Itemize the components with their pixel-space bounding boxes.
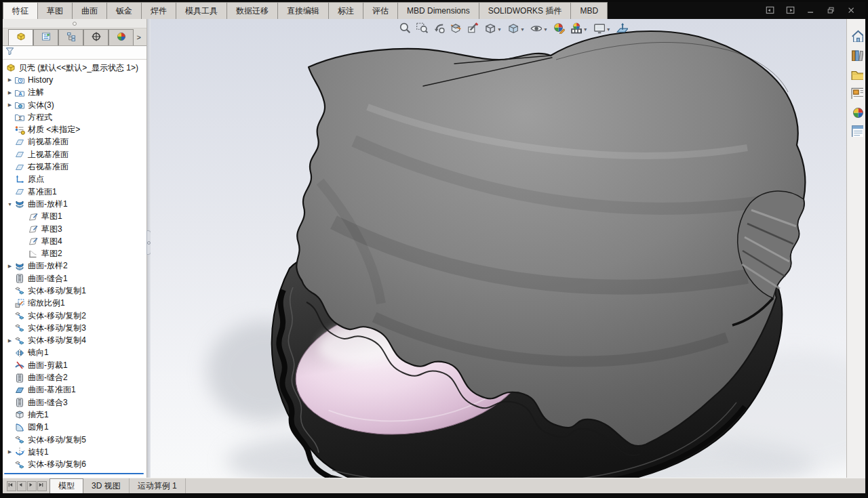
minimize-icon[interactable] xyxy=(806,6,816,16)
doc-tab-3[interactable]: 运动算例 1 xyxy=(130,478,186,493)
tree-item-0[interactable]: ▶History xyxy=(3,74,146,86)
design-library-button[interactable] xyxy=(848,47,865,64)
command-tab-4[interactable]: 钣金 xyxy=(106,2,141,19)
tree-item-23[interactable]: 曲面-剪裁1 xyxy=(3,359,146,371)
expand-right-icon[interactable]: ▶ xyxy=(5,264,14,269)
view-orientation-button[interactable]: ▼ xyxy=(482,21,503,37)
tree-root-item[interactable]: 贝壳 (默认<<默认>_显示状态 1>) xyxy=(3,62,146,74)
command-tab-5[interactable]: 焊件 xyxy=(141,2,176,19)
section-view-button[interactable] xyxy=(448,21,463,37)
close-icon[interactable] xyxy=(846,6,857,16)
tree-item-27[interactable]: 抽壳1 xyxy=(3,409,146,421)
model-canvas[interactable] xyxy=(151,19,846,478)
display-style-button[interactable]: ▼ xyxy=(505,21,526,37)
graphics-viewport[interactable]: ▼▼▼▼▼ xyxy=(151,19,846,478)
command-tab-9[interactable]: 标注 xyxy=(328,2,363,19)
tree-item-22[interactable]: 镜向1 xyxy=(3,347,146,359)
tree-filter-row[interactable] xyxy=(3,46,146,60)
doc-tab-2[interactable]: 3D 视图 xyxy=(83,478,130,493)
first-sheet-button[interactable] xyxy=(7,481,16,491)
tree-item-28[interactable]: 圆角1 xyxy=(3,421,146,434)
3d-drawing-view-button[interactable] xyxy=(614,21,629,37)
panel-tab-dimxpertmanager[interactable] xyxy=(83,29,108,45)
apply-scene-button[interactable]: ▼ xyxy=(568,21,589,37)
view-palette-button[interactable] xyxy=(848,85,865,102)
dock-panel-right-icon[interactable] xyxy=(785,6,796,16)
tree-item-10[interactable]: ▼曲面-放样1 xyxy=(3,198,146,210)
zoom-to-fit-button[interactable] xyxy=(397,21,412,37)
command-tab-3[interactable]: 曲面 xyxy=(72,2,106,19)
last-sheet-button[interactable] xyxy=(37,481,47,491)
tree-item-11[interactable]: 草图1 xyxy=(3,211,146,223)
command-tab-13[interactable]: MBD xyxy=(570,2,608,19)
command-tab-1[interactable]: 特征 xyxy=(3,2,37,19)
restore-icon[interactable] xyxy=(826,6,837,16)
tree-item-2[interactable]: ▶实体(3) xyxy=(3,99,146,111)
tree-item-31[interactable]: 实体-移动/复制6 xyxy=(3,459,146,471)
tree-item-20[interactable]: 实体-移动/复制3 xyxy=(3,322,146,334)
tree-item-6[interactable]: 上视基准面 xyxy=(3,148,146,161)
tree-item-9[interactable]: 基准面1 xyxy=(3,186,146,198)
expand-down-icon[interactable]: ▼ xyxy=(5,202,14,207)
command-tab-8[interactable]: 直接编辑 xyxy=(277,2,328,19)
tree-item-17[interactable]: 实体-移动/复制1 xyxy=(3,285,146,297)
command-tab-11[interactable]: MBD Dimensions xyxy=(397,2,479,19)
file-explorer-button[interactable] xyxy=(848,66,865,83)
rollback-bar[interactable] xyxy=(4,473,144,474)
panel-width-grip[interactable] xyxy=(3,19,146,28)
tree-item-24[interactable]: 曲面-缝合2 xyxy=(3,371,146,383)
tree-item-3[interactable]: Σ方程式 xyxy=(3,111,146,123)
tree-item-13[interactable]: 草图4 xyxy=(3,235,146,247)
panel-tabs-overflow-chevron[interactable]: > xyxy=(137,33,141,41)
tree-item-1[interactable]: ▶A注解 xyxy=(3,87,146,99)
dock-panel-left-icon[interactable] xyxy=(765,6,776,16)
command-tab-12[interactable]: SOLIDWORKS 插件 xyxy=(479,2,571,19)
dropdown-caret-icon[interactable]: ▼ xyxy=(583,27,588,32)
dropdown-caret-icon[interactable]: ▼ xyxy=(606,27,611,32)
expand-right-icon[interactable]: ▶ xyxy=(5,102,14,108)
command-tab-2[interactable]: 草图 xyxy=(37,2,72,19)
hide-show-items-button[interactable]: ▼ xyxy=(528,21,549,37)
expand-right-icon[interactable]: ▶ xyxy=(5,338,14,344)
command-tab-6[interactable]: 模具工具 xyxy=(176,2,226,19)
tree-item-14[interactable]: 草图2 xyxy=(3,247,146,260)
tree-item-19[interactable]: 实体-移动/复制2 xyxy=(3,310,146,322)
next-sheet-button[interactable] xyxy=(27,481,37,491)
command-tab-10[interactable]: 评估 xyxy=(363,2,397,19)
panel-tab-featuremanager[interactable] xyxy=(8,29,33,45)
solidworks-resources-button[interactable] xyxy=(848,28,865,45)
tree-item-7[interactable]: 右视基准面 xyxy=(3,161,146,173)
doc-tab-1[interactable]: 模型 xyxy=(50,478,83,493)
previous-view-button[interactable] xyxy=(431,21,446,37)
appearances-scenes-button[interactable] xyxy=(848,104,865,121)
tree-item-29[interactable]: 实体-移动/复制5 xyxy=(3,434,146,446)
tree-item-26[interactable]: 曲面-缝合3 xyxy=(3,396,146,409)
expand-right-icon[interactable]: ▶ xyxy=(5,449,14,455)
panel-tab-displaymanager[interactable] xyxy=(108,29,134,45)
tree-item-18[interactable]: 缩放比例1 xyxy=(3,297,146,310)
dropdown-caret-icon[interactable]: ▼ xyxy=(543,27,548,32)
expand-right-icon[interactable]: ▶ xyxy=(5,90,14,96)
tree-item-8[interactable]: 原点 xyxy=(3,173,146,186)
custom-properties-button[interactable] xyxy=(848,123,865,140)
panel-tab-configurationmanager[interactable] xyxy=(58,29,83,45)
tree-item-16[interactable]: 曲面-缝合1 xyxy=(3,272,146,285)
panel-tab-propertymanager[interactable] xyxy=(33,29,58,45)
tree-item-30[interactable]: ▶旋转1 xyxy=(3,446,146,458)
expand-right-icon[interactable]: ▶ xyxy=(5,77,14,83)
view-settings-button[interactable]: ▼ xyxy=(591,21,612,37)
tree-item-25[interactable]: 曲面-基准面1 xyxy=(3,384,146,396)
prev-sheet-button[interactable] xyxy=(17,481,26,491)
zoom-to-area-button[interactable] xyxy=(414,21,429,37)
tree-item-15[interactable]: ▶曲面-放样2 xyxy=(3,260,146,272)
dropdown-caret-icon[interactable]: ▼ xyxy=(520,27,525,32)
tree-item-4[interactable]: 材质 <未指定> xyxy=(3,123,146,136)
tree-item-5[interactable]: 前视基准面 xyxy=(3,136,146,148)
dropdown-caret-icon[interactable]: ▼ xyxy=(497,27,502,32)
command-tab-7[interactable]: 数据迁移 xyxy=(226,2,277,19)
tree-item-label: 右视基准面 xyxy=(28,161,68,173)
tree-item-21[interactable]: ▶实体-移动/复制4 xyxy=(3,335,146,347)
tree-item-12[interactable]: 草图3 xyxy=(3,223,146,235)
edit-appearance-button[interactable] xyxy=(551,21,566,37)
dynamic-annotation-button[interactable] xyxy=(465,21,480,37)
